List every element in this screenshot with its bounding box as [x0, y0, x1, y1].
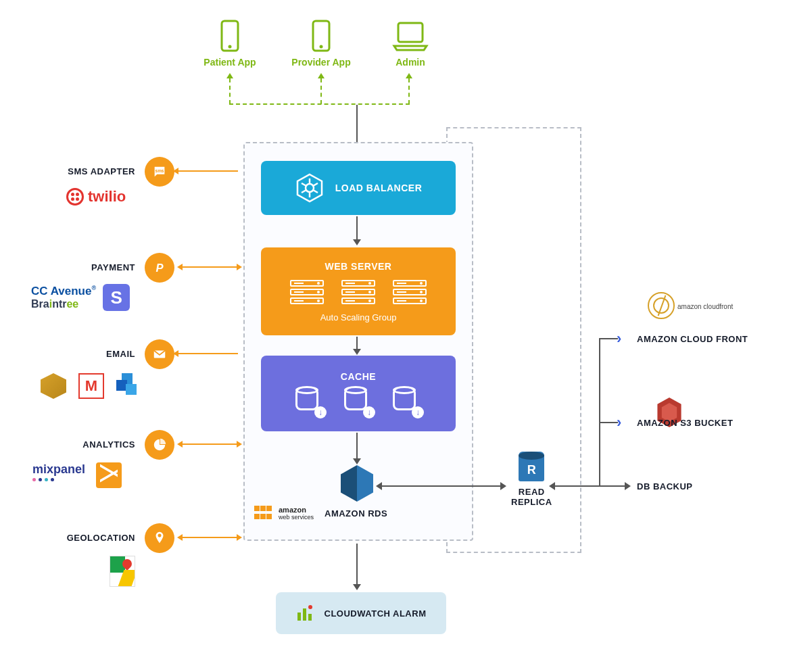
aws-amazon-label: amazon	[279, 506, 314, 514]
load-balancer-icon	[295, 173, 325, 203]
phone-icon	[311, 19, 331, 53]
connector	[356, 337, 358, 350]
amazon-rds-label: AMAZON RDS	[325, 508, 387, 519]
arrow-left-icon	[549, 482, 555, 490]
arrow-left-icon	[173, 350, 178, 357]
google-analytics-icon	[96, 462, 122, 488]
connector	[599, 338, 600, 487]
analytics-icon	[145, 430, 174, 460]
connector	[181, 266, 238, 268]
arrow-left-icon	[376, 482, 382, 490]
cache-label: CACHE	[341, 371, 376, 382]
dashed-connector	[408, 78, 410, 104]
connector	[181, 443, 238, 445]
bar-chart-icon	[296, 604, 315, 622]
payment-icon: P	[145, 253, 174, 283]
web-server-card: WEB SERVER Auto Scaling Group	[261, 247, 456, 335]
svg-text:P: P	[155, 262, 164, 274]
connector	[356, 544, 358, 585]
chevron-right-icon: ›	[617, 330, 621, 347]
arrow-down-icon	[353, 349, 361, 355]
arrow-down-icon	[353, 584, 361, 590]
svg-line-9	[302, 183, 306, 186]
dashed-connector	[320, 78, 322, 104]
arrow-down-icon	[353, 239, 361, 245]
google-maps-logo	[110, 556, 135, 587]
phone-icon	[220, 19, 240, 53]
server-icon	[341, 280, 375, 304]
dashed-connector	[229, 78, 231, 104]
stripe-logo: S	[103, 284, 130, 311]
twilio-icon	[66, 188, 84, 206]
arrow-up-icon	[318, 73, 325, 78]
connector	[177, 170, 238, 172]
braintree-logo: Braintree	[31, 298, 96, 310]
connector	[177, 353, 238, 354]
arrow-right-icon	[625, 482, 631, 490]
connector	[599, 422, 618, 423]
payment-title: PAYMENT	[34, 262, 135, 272]
email-vendor-icon	[116, 373, 142, 399]
read-replica: R READ REPLICA	[511, 452, 552, 507]
client-patient: Patient App	[196, 19, 264, 68]
cloudfront-icon	[648, 292, 675, 319]
sms-title: SMS ADAPTER	[34, 166, 135, 176]
arrow-right-icon	[500, 482, 506, 490]
email-title: EMAIL	[34, 349, 135, 359]
laptop-icon	[391, 19, 429, 53]
cloudfront-sublabel: amazon cloudfront	[677, 303, 733, 310]
geolocation-title: GEOLOCATION	[34, 533, 135, 543]
arrow-left-icon	[177, 264, 183, 270]
svg-rect-14	[303, 608, 306, 621]
web-server-label: WEB SERVER	[325, 261, 392, 272]
svg-rect-15	[308, 614, 312, 621]
arrow-left-icon	[173, 168, 178, 174]
client-patient-label: Patient App	[196, 57, 264, 68]
server-icon	[290, 280, 324, 304]
sms-icon: sms	[145, 157, 174, 187]
twilio-text: twilio	[88, 188, 126, 206]
client-admin: Admin	[380, 19, 441, 68]
chevron-right-icon: ›	[617, 414, 621, 431]
svg-text:sms: sms	[155, 168, 164, 173]
connector	[181, 537, 238, 538]
mandrill-icon: M	[78, 373, 104, 399]
svg-line-12	[313, 190, 318, 193]
svg-rect-13	[297, 613, 301, 621]
email-vendor-icon	[41, 373, 66, 399]
s3-label: AMAZON S3 BUCKET	[637, 418, 733, 428]
cache-db-icon: ↓	[295, 387, 324, 416]
read-replica-icon: R	[519, 452, 544, 481]
arrow-left-icon	[177, 441, 183, 448]
connector	[553, 485, 600, 487]
cloudwatch-card: CLOUDWATCH ALARM	[276, 592, 446, 634]
dashed-connector	[229, 103, 410, 105]
client-provider: Provider App	[284, 19, 358, 68]
load-balancer-card: LOAD BALANCER	[261, 161, 456, 215]
google-maps-icon	[110, 556, 135, 587]
connector	[599, 485, 626, 487]
svg-point-3	[320, 45, 323, 49]
aws-webservices-label: web services	[279, 514, 314, 521]
arrow-up-icon	[226, 73, 233, 78]
read-replica-label-1: READ	[511, 487, 552, 497]
arrow-left-icon	[177, 534, 183, 541]
cache-db-icon: ↓	[393, 387, 421, 416]
svg-line-11	[302, 190, 306, 193]
mixpanel-dots-icon	[32, 478, 85, 481]
svg-point-1	[229, 45, 232, 49]
email-icon	[145, 339, 174, 369]
analytics-vendors: mixpanel	[32, 462, 122, 488]
arrow-right-icon	[237, 264, 242, 270]
amazon-rds-icon	[341, 465, 373, 502]
twilio-logo: twilio	[66, 188, 126, 206]
arrow-down-icon	[353, 458, 361, 464]
arrow-right-icon	[237, 441, 242, 448]
cloudwatch-label: CLOUDWATCH ALARM	[325, 608, 427, 619]
payment-vendors: CC Avenue® Braintree S	[31, 284, 130, 311]
aws-badge: amazon web services	[254, 506, 314, 521]
svg-point-16	[308, 605, 312, 609]
client-provider-label: Provider App	[284, 57, 358, 68]
arrow-right-icon	[237, 534, 242, 541]
aws-cubes-icon	[254, 506, 274, 521]
